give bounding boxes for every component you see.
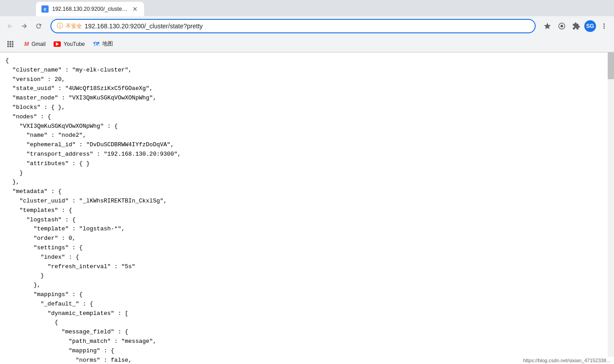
bookmark-star-icon[interactable]	[541, 20, 554, 32]
bottom-link-text: https://blog.csdn.net/sixian_47152338...	[523, 358, 610, 363]
security-icon: ⓘ	[57, 22, 63, 30]
tab-favicon: e	[41, 5, 49, 13]
maps-label: 地图	[102, 40, 113, 48]
bookmark-gmail[interactable]: M Gmail	[21, 38, 49, 50]
bookmark-maps[interactable]: 🗺 地图	[90, 38, 117, 50]
scrollbar-track[interactable]	[608, 52, 614, 364]
scrollbar-thumb[interactable]	[608, 52, 614, 79]
address-bar[interactable]: ⓘ 不安全 192.168.130.20:9200/_cluster/state…	[50, 19, 536, 33]
toolbar-right: SG	[541, 20, 610, 32]
apps-grid-icon	[7, 41, 14, 47]
active-tab[interactable]: e 192.168.130.20:9200/_cluster/stat... ✕	[36, 2, 144, 16]
chrome-lens-icon[interactable]	[555, 20, 568, 32]
address-bar-container: ⓘ 不安全 192.168.130.20:9200/_cluster/state…	[50, 19, 536, 33]
forward-button[interactable]	[18, 20, 31, 32]
tab-close-button[interactable]: ✕	[131, 5, 139, 13]
security-text: 不安全	[66, 22, 82, 30]
refresh-button[interactable]	[32, 20, 45, 32]
gmail-label: Gmail	[32, 41, 45, 47]
bookmark-apps[interactable]	[4, 38, 20, 50]
back-button[interactable]	[4, 20, 16, 32]
browser-chrome: e 192.168.130.20:9200/_cluster/stat... ✕…	[0, 0, 614, 53]
tab-bar: e 192.168.130.20:9200/_cluster/stat... ✕	[0, 0, 614, 16]
gmail-icon: M	[24, 41, 29, 47]
url-text: 192.168.130.20:9200/_cluster/state?prett…	[85, 22, 529, 30]
tab-title: 192.168.130.20:9200/_cluster/stat...	[52, 6, 128, 12]
bookmarks-bar: M Gmail YouTube 🗺 地图	[0, 36, 614, 52]
page-content: { "cluster_name" : "my-elk-cluster", "ve…	[0, 53, 614, 364]
profile-avatar[interactable]: SG	[584, 20, 596, 32]
bookmark-youtube[interactable]: YouTube	[50, 38, 88, 50]
extensions-icon[interactable]	[570, 20, 582, 32]
youtube-icon	[54, 41, 61, 47]
json-response: { "cluster_name" : "my-elk-cluster", "ve…	[5, 56, 609, 364]
maps-icon: 🗺	[93, 40, 99, 48]
svg-point-1	[560, 25, 563, 27]
youtube-label: YouTube	[63, 41, 85, 47]
toolbar: ⓘ 不安全 192.168.130.20:9200/_cluster/state…	[0, 16, 614, 36]
menu-icon[interactable]	[598, 20, 610, 32]
bottom-status-bar: https://blog.csdn.net/sixian_47152338...	[519, 357, 614, 364]
